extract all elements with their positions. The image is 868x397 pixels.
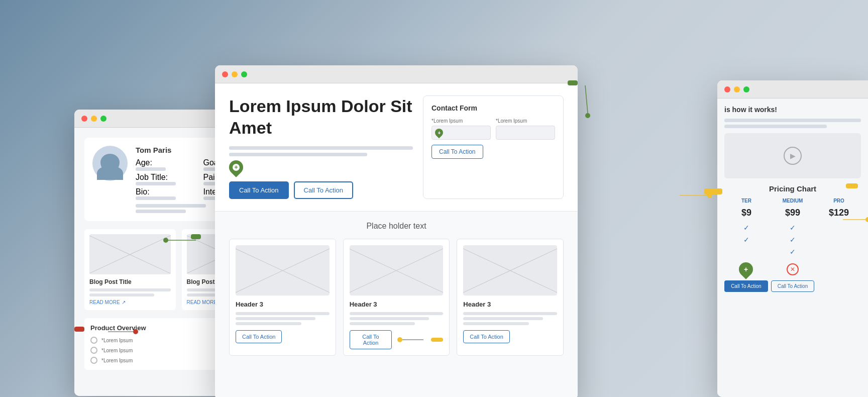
right-content: is how it works! ▶ Pricing Chart TER MED… <box>717 98 868 397</box>
card-btn-3[interactable]: Call To Action <box>463 330 509 343</box>
center-titlebar <box>215 65 578 83</box>
pricing-bottom-icons: + ✕ <box>724 262 861 276</box>
hero-title: Lorem Ipsum Dolor Sit Amet <box>229 95 413 138</box>
tl-red-right[interactable] <box>724 86 730 92</box>
card-btn-1[interactable]: Call To Action <box>236 330 282 343</box>
age-field: Age: <box>136 158 197 171</box>
card-img-2 <box>350 245 444 295</box>
pricing-row-1: ✓ ✓ <box>724 223 861 232</box>
pricing-col-2: MEDIUM <box>771 198 815 204</box>
tl-green-right[interactable] <box>743 86 749 92</box>
annotation-badge-red <box>74 327 84 332</box>
card-cta-2: Call To Action <box>350 330 444 349</box>
card-btn-2[interactable]: Call To Action <box>350 330 392 349</box>
pricing-cta-btn-1[interactable]: Call To Action <box>724 280 768 292</box>
card-text-3b <box>463 317 543 320</box>
right-titlebar <box>717 80 868 98</box>
blog-text-2 <box>89 293 154 296</box>
tl-yellow-left[interactable] <box>91 116 97 122</box>
jobtitle-field: Job Title: <box>136 173 197 185</box>
tl-red-center[interactable] <box>222 71 228 77</box>
cards-section: Place holder text Header 3 Call To Actio… <box>215 212 578 366</box>
video-placeholder[interactable]: ▶ <box>724 133 861 178</box>
check-3: ✓ <box>743 236 749 244</box>
card-1: Header 3 Call To Action <box>229 239 336 356</box>
read-more-1[interactable]: READ MORE ↗ <box>89 300 171 305</box>
form-label-1: *Lorem Ipsum <box>431 118 491 124</box>
pricing-cta-empty <box>817 280 861 292</box>
hero-left: Lorem Ipsum Dolor Sit Amet + Call To Act <box>229 95 413 199</box>
card-text-3a <box>463 312 557 315</box>
hero-subtext-2 <box>229 153 367 156</box>
blog-text-1 <box>89 288 171 291</box>
cards-grid: Header 3 Call To Action Header 3 <box>229 239 564 356</box>
pricing-col-1: TER <box>724 198 769 204</box>
tl-red-left[interactable] <box>81 116 87 122</box>
location-pin: + <box>229 160 243 174</box>
jobtitle-value <box>136 182 176 185</box>
tl-green-left[interactable] <box>100 116 106 122</box>
card-cta-1: Call To Action <box>236 330 330 343</box>
annotation-badge-yellow-right <box>846 183 858 188</box>
age-value <box>136 167 166 171</box>
product-label-1: *Lorem Ipsum <box>101 338 133 343</box>
center-window: 🔍 Lorem Ipsum Dolor Sit Amet + <box>215 65 578 397</box>
read-more-arrow-1: ↗ <box>122 300 126 305</box>
hw-bar-1 <box>724 119 861 122</box>
jobtitle-label: Job Title: <box>136 173 168 181</box>
hw-bar-2 <box>724 125 827 128</box>
right-annotation <box>843 216 868 223</box>
age-label: Age: <box>136 158 152 167</box>
feat-1-col1: ✓ <box>724 223 769 232</box>
card-text-2b <box>350 317 429 320</box>
connector-yellow-right <box>680 192 720 199</box>
pricing-cta-row: Call To Action Call To Action <box>724 280 861 292</box>
blog-img-1 <box>89 234 171 274</box>
hero-primary-btn[interactable]: Call To Action <box>229 181 289 199</box>
card-text-2a <box>350 312 444 315</box>
pricing-cta-btn-2[interactable]: Call To Action <box>771 280 815 292</box>
hero-secondary-btn[interactable]: Call To Action <box>294 181 354 199</box>
radio-1[interactable] <box>90 337 97 344</box>
how-it-works-text: is how it works! <box>724 106 861 114</box>
hero-subtext-1 <box>229 146 413 150</box>
form-input-1[interactable]: + <box>431 126 491 140</box>
card-text-3c <box>463 322 529 325</box>
radio-2[interactable] <box>90 347 97 354</box>
bio-value <box>136 196 176 200</box>
avatar <box>92 146 128 181</box>
pricing-row-2: ✓ ✓ <box>724 235 861 244</box>
center-content: 🔍 Lorem Ipsum Dolor Sit Amet + <box>215 83 578 397</box>
product-label-3: *Lorem Ipsum <box>101 358 133 363</box>
persona-bio-bar <box>136 204 206 208</box>
tl-green-center[interactable] <box>241 71 247 77</box>
form-cta-btn[interactable]: Call To Action <box>431 145 483 159</box>
pricing-row-3: ✓ <box>724 247 861 256</box>
feat-3-col2: ✓ <box>771 247 815 256</box>
feat-2-col3 <box>817 235 861 244</box>
pricing-chart-title: Pricing Chart <box>724 184 861 193</box>
svg-line-6 <box>585 85 588 113</box>
pricing-pin: + <box>736 259 756 279</box>
card-3: Header 3 Call To Action <box>457 239 564 356</box>
feat-2-col1: ✓ <box>724 235 769 244</box>
tl-yellow-right[interactable] <box>734 86 740 92</box>
card-text-2c <box>350 322 415 325</box>
price-1: $9 <box>724 208 769 218</box>
feat-3-col3 <box>817 247 861 256</box>
blog-card-1: Blog Post Title READ MORE ↗ <box>84 229 176 310</box>
pricing-columns: TER MEDIUM PRO <box>724 198 861 204</box>
connector-right-yellow <box>843 216 868 223</box>
radio-3[interactable] <box>90 357 97 364</box>
tl-yellow-center[interactable] <box>232 71 238 77</box>
avatar-silhouette <box>100 154 120 173</box>
check-5: ✓ <box>790 248 796 256</box>
form-field-2: *Lorem Ipsum <box>496 118 555 140</box>
play-button[interactable]: ▶ <box>784 147 802 165</box>
form-input-2[interactable] <box>496 126 555 140</box>
card-header-2: Header 3 <box>350 301 444 308</box>
hero-section: Lorem Ipsum Dolor Sit Amet + Call To Act <box>215 83 578 212</box>
form-title: Contact Form <box>431 104 555 112</box>
bio-field: Bio: <box>136 187 197 200</box>
card-2: Header 3 Call To Action <box>343 239 450 356</box>
